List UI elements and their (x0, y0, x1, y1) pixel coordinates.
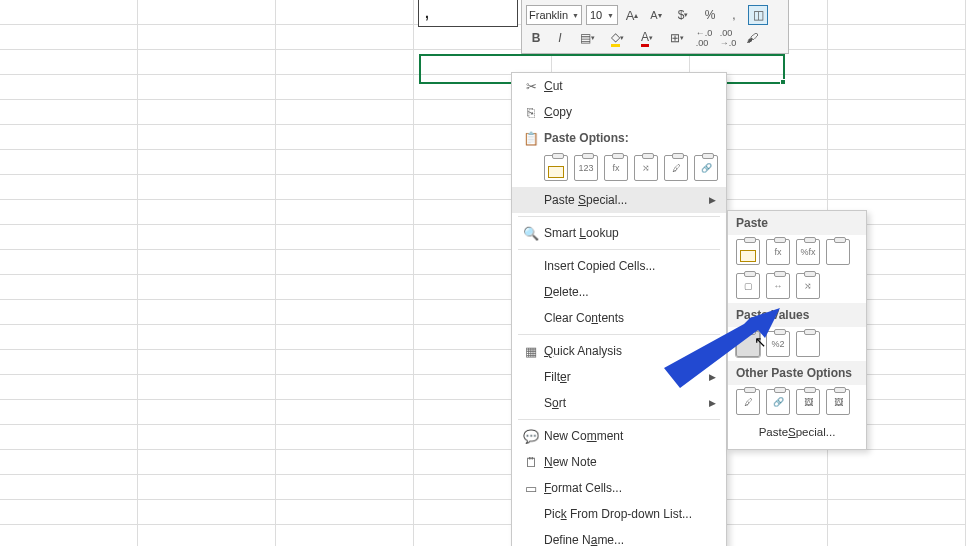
grid-cell[interactable] (138, 525, 276, 546)
menu-filter[interactable]: Filter ▶ (512, 364, 726, 390)
font-name-select[interactable]: Franklin▼ (526, 5, 582, 25)
grid-cell[interactable] (276, 325, 414, 350)
grid-cell[interactable] (276, 125, 414, 150)
grid-cell[interactable] (276, 375, 414, 400)
grid-cell[interactable] (828, 150, 966, 175)
paste-link-icon[interactable]: 🔗 (694, 155, 718, 181)
grid-cell[interactable] (138, 300, 276, 325)
grid-cell[interactable] (0, 125, 138, 150)
menu-copy[interactable]: ⎘ Copy (512, 99, 726, 125)
grid-cell[interactable] (138, 275, 276, 300)
menu-new-note[interactable]: 🗒 New Note (512, 449, 726, 475)
grid-cell[interactable] (138, 100, 276, 125)
grid-cell[interactable] (276, 500, 414, 525)
grid-cell[interactable] (276, 250, 414, 275)
paste-no-borders-icon[interactable]: ▢ (736, 273, 760, 299)
paste-formatting-icon[interactable]: 🖊 (736, 389, 760, 415)
grid-cell[interactable] (138, 25, 276, 50)
grid-cell[interactable] (828, 75, 966, 100)
grid-cell[interactable] (0, 100, 138, 125)
grid-cell[interactable] (138, 200, 276, 225)
grid-cell[interactable] (138, 500, 276, 525)
grid-cell[interactable] (276, 300, 414, 325)
menu-clear-contents[interactable]: Clear Contents (512, 305, 726, 331)
italic-button[interactable]: I (550, 28, 570, 48)
grid-cell[interactable] (138, 325, 276, 350)
grid-cell[interactable] (276, 75, 414, 100)
menu-insert-copied[interactable]: Insert Copied Cells... (512, 253, 726, 279)
grid-cell[interactable] (0, 175, 138, 200)
grid-cell[interactable] (828, 500, 966, 525)
menu-smart-lookup[interactable]: 🔍 Smart Lookup (512, 220, 726, 246)
grid-cell[interactable] (138, 250, 276, 275)
merge-button[interactable]: ⊞▾ (664, 28, 690, 48)
decrease-font-button[interactable]: A▾ (646, 5, 666, 25)
bold-button[interactable]: B (526, 28, 546, 48)
menu-pick-list[interactable]: Pick From Drop-down List... (512, 501, 726, 527)
font-size-select[interactable]: 10▼ (586, 5, 618, 25)
grid-cell[interactable] (0, 425, 138, 450)
paste-formulas-icon[interactable]: fx (604, 155, 628, 181)
fill-color-button[interactable]: ◇▾ (604, 28, 630, 48)
paste-all-icon[interactable] (736, 239, 760, 265)
grid-cell[interactable] (138, 350, 276, 375)
paste-formulas-number-icon[interactable]: %fx (796, 239, 820, 265)
paste-transpose-icon[interactable]: ⤭ (796, 273, 820, 299)
grid-cell[interactable] (276, 50, 414, 75)
grid-cell[interactable] (138, 425, 276, 450)
grid-cell[interactable] (828, 50, 966, 75)
grid-cell[interactable] (828, 525, 966, 546)
grid-cell[interactable] (138, 175, 276, 200)
grid-cell[interactable] (276, 275, 414, 300)
menu-new-comment[interactable]: 💬 New Comment (512, 423, 726, 449)
menu-delete[interactable]: Delete... (512, 279, 726, 305)
grid-cell[interactable] (0, 300, 138, 325)
grid-cell[interactable] (0, 250, 138, 275)
grid-cell[interactable] (276, 525, 414, 546)
paste-linked-picture-icon[interactable]: 🖼 (826, 389, 850, 415)
paste-keep-source-icon[interactable] (826, 239, 850, 265)
grid-cell[interactable] (0, 0, 138, 25)
paste-transpose-icon[interactable]: ⤭ (634, 155, 658, 181)
grid-cell[interactable] (0, 350, 138, 375)
paste-picture-icon[interactable]: 🖼 (796, 389, 820, 415)
paste-values-icon[interactable]: 123 (574, 155, 598, 181)
paste-values-only-icon[interactable] (736, 331, 760, 357)
grid-cell[interactable] (138, 400, 276, 425)
paste-link-icon[interactable]: 🔗 (766, 389, 790, 415)
increase-font-button[interactable]: A▴ (622, 5, 642, 25)
percent-format-button[interactable]: % (700, 5, 720, 25)
grid-cell[interactable] (138, 75, 276, 100)
grid-cell[interactable] (138, 450, 276, 475)
fill-handle[interactable] (780, 79, 786, 85)
grid-cell[interactable] (0, 75, 138, 100)
decrease-decimal-button[interactable]: .00→.0 (718, 28, 738, 48)
grid-cell[interactable] (828, 0, 966, 25)
grid-cell[interactable] (0, 525, 138, 546)
grid-cell[interactable] (138, 225, 276, 250)
grid-cell[interactable] (0, 50, 138, 75)
paste-values-source-icon[interactable] (796, 331, 820, 357)
grid-cell[interactable] (276, 400, 414, 425)
grid-cell[interactable] (828, 125, 966, 150)
borders-button[interactable]: ▤▾ (574, 28, 600, 48)
comma-format-button[interactable]: , (724, 5, 744, 25)
grid-cell[interactable] (138, 0, 276, 25)
menu-define-name[interactable]: Define Name... (512, 527, 726, 546)
menu-cut[interactable]: ✂ Cut (512, 73, 726, 99)
grid-cell[interactable] (0, 450, 138, 475)
grid-cell[interactable] (828, 100, 966, 125)
grid-cell[interactable] (276, 450, 414, 475)
grid-cell[interactable] (0, 225, 138, 250)
grid-cell[interactable] (0, 375, 138, 400)
accounting-format-button[interactable]: $▾ (670, 5, 696, 25)
grid-cell[interactable] (276, 0, 414, 25)
grid-cell[interactable] (276, 350, 414, 375)
grid-cell[interactable] (276, 425, 414, 450)
increase-decimal-button[interactable]: ←.0.00 (694, 28, 714, 48)
menu-format-cells[interactable]: ▭ Format Cells... (512, 475, 726, 501)
paste-column-widths-icon[interactable]: ↔ (766, 273, 790, 299)
grid-cell[interactable] (138, 125, 276, 150)
paste-values-number-icon[interactable]: %2 (766, 331, 790, 357)
grid-cell[interactable] (0, 325, 138, 350)
